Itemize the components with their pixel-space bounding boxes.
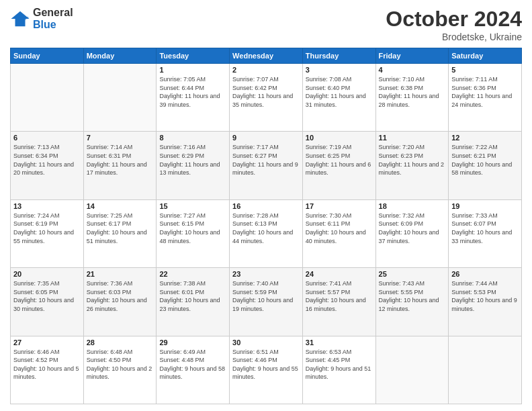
- table-row: [11, 64, 84, 132]
- col-tuesday: Tuesday: [157, 48, 230, 64]
- day-number: 13: [13, 202, 81, 210]
- table-row: 6Sunrise: 7:13 AMSunset: 6:34 PMDaylight…: [11, 132, 84, 199]
- calendar-table: Sunday Monday Tuesday Wednesday Thursday…: [10, 48, 522, 404]
- calendar-week-row: 1Sunrise: 7:05 AMSunset: 6:44 PMDaylight…: [11, 64, 522, 132]
- logo-text: General Blue: [33, 7, 73, 30]
- day-info: Sunrise: 7:22 AMSunset: 6:21 PMDaylight:…: [451, 143, 519, 177]
- day-number: 30: [232, 338, 300, 347]
- calendar-week-row: 6Sunrise: 7:13 AMSunset: 6:34 PMDaylight…: [11, 132, 522, 199]
- table-row: 14Sunrise: 7:25 AMSunset: 6:17 PMDayligh…: [83, 199, 157, 267]
- day-info: Sunrise: 7:20 AMSunset: 6:23 PMDaylight:…: [379, 143, 446, 177]
- calendar-week-row: 13Sunrise: 7:24 AMSunset: 6:19 PMDayligh…: [11, 199, 522, 267]
- day-info: Sunrise: 7:13 AMSunset: 6:34 PMDaylight:…: [13, 143, 81, 177]
- table-row: [449, 336, 522, 404]
- day-number: 8: [159, 134, 226, 142]
- day-number: 25: [379, 270, 446, 278]
- table-row: 23Sunrise: 7:40 AMSunset: 5:59 PMDayligh…: [230, 268, 303, 336]
- day-info: Sunrise: 7:19 AMSunset: 6:25 PMDaylight:…: [306, 143, 373, 177]
- day-info: Sunrise: 7:14 AMSunset: 6:31 PMDaylight:…: [87, 143, 154, 177]
- logo-icon: [10, 9, 30, 29]
- col-monday: Monday: [83, 48, 157, 64]
- day-number: 12: [451, 134, 519, 142]
- day-info: Sunrise: 7:16 AMSunset: 6:29 PMDaylight:…: [159, 143, 226, 177]
- col-saturday: Saturday: [449, 48, 522, 64]
- table-row: 9Sunrise: 7:17 AMSunset: 6:27 PMDaylight…: [230, 132, 303, 199]
- day-number: 20: [13, 270, 81, 278]
- table-row: 19Sunrise: 7:33 AMSunset: 6:07 PMDayligh…: [449, 199, 522, 267]
- table-row: 28Sunrise: 6:48 AMSunset: 4:50 PMDayligh…: [83, 336, 157, 404]
- day-info: Sunrise: 7:07 AMSunset: 6:42 PMDaylight:…: [232, 75, 300, 109]
- day-info: Sunrise: 6:48 AMSunset: 4:50 PMDaylight:…: [87, 348, 154, 381]
- day-number: 22: [159, 270, 226, 278]
- day-info: Sunrise: 7:24 AMSunset: 6:19 PMDaylight:…: [13, 212, 81, 245]
- table-row: 26Sunrise: 7:44 AMSunset: 5:53 PMDayligh…: [449, 268, 522, 336]
- day-info: Sunrise: 7:28 AMSunset: 6:13 PMDaylight:…: [232, 212, 300, 245]
- table-row: 8Sunrise: 7:16 AMSunset: 6:29 PMDaylight…: [157, 132, 230, 199]
- table-row: 17Sunrise: 7:30 AMSunset: 6:11 PMDayligh…: [302, 199, 375, 267]
- day-info: Sunrise: 7:17 AMSunset: 6:27 PMDaylight:…: [232, 143, 300, 177]
- day-info: Sunrise: 7:08 AMSunset: 6:40 PMDaylight:…: [306, 75, 373, 109]
- table-row: 27Sunrise: 6:46 AMSunset: 4:52 PMDayligh…: [11, 336, 84, 404]
- logo-general-text: General: [33, 7, 73, 19]
- day-number: 10: [306, 134, 373, 142]
- table-row: 4Sunrise: 7:10 AMSunset: 6:38 PMDaylight…: [375, 64, 449, 132]
- day-number: 23: [232, 270, 300, 278]
- day-number: 16: [232, 202, 300, 210]
- title-block: October 2024 Brodetske, Ukraine: [386, 7, 522, 42]
- day-info: Sunrise: 6:49 AMSunset: 4:48 PMDaylight:…: [159, 348, 226, 381]
- table-row: 12Sunrise: 7:22 AMSunset: 6:21 PMDayligh…: [449, 132, 522, 199]
- table-row: [83, 64, 157, 132]
- logo: General Blue: [10, 7, 73, 30]
- calendar-week-row: 20Sunrise: 7:35 AMSunset: 6:05 PMDayligh…: [11, 268, 522, 336]
- header: General Blue October 2024 Brodetske, Ukr…: [10, 7, 522, 42]
- table-row: 16Sunrise: 7:28 AMSunset: 6:13 PMDayligh…: [230, 199, 303, 267]
- day-info: Sunrise: 7:10 AMSunset: 6:38 PMDaylight:…: [379, 75, 446, 109]
- day-info: Sunrise: 6:51 AMSunset: 4:46 PMDaylight:…: [232, 348, 300, 381]
- day-info: Sunrise: 7:36 AMSunset: 6:03 PMDaylight:…: [87, 279, 154, 313]
- table-row: [375, 336, 449, 404]
- day-number: 6: [13, 134, 81, 142]
- page: General Blue October 2024 Brodetske, Ukr…: [0, 0, 532, 411]
- calendar-header-row: Sunday Monday Tuesday Wednesday Thursday…: [11, 48, 522, 64]
- day-number: 5: [451, 66, 519, 74]
- day-info: Sunrise: 7:05 AMSunset: 6:44 PMDaylight:…: [159, 75, 226, 109]
- col-thursday: Thursday: [302, 48, 375, 64]
- svg-marker-0: [11, 11, 30, 26]
- table-row: 1Sunrise: 7:05 AMSunset: 6:44 PMDaylight…: [157, 64, 230, 132]
- title-month: October 2024: [386, 7, 522, 32]
- title-location: Brodetske, Ukraine: [386, 32, 522, 42]
- table-row: 5Sunrise: 7:11 AMSunset: 6:36 PMDaylight…: [449, 64, 522, 132]
- day-number: 27: [13, 338, 81, 347]
- day-number: 29: [159, 338, 226, 347]
- day-number: 26: [451, 270, 519, 278]
- day-number: 4: [379, 66, 446, 74]
- table-row: 15Sunrise: 7:27 AMSunset: 6:15 PMDayligh…: [157, 199, 230, 267]
- day-info: Sunrise: 7:35 AMSunset: 6:05 PMDaylight:…: [13, 279, 81, 313]
- table-row: 11Sunrise: 7:20 AMSunset: 6:23 PMDayligh…: [375, 132, 449, 199]
- day-number: 15: [159, 202, 226, 210]
- table-row: 29Sunrise: 6:49 AMSunset: 4:48 PMDayligh…: [157, 336, 230, 404]
- table-row: 30Sunrise: 6:51 AMSunset: 4:46 PMDayligh…: [230, 336, 303, 404]
- col-wednesday: Wednesday: [230, 48, 303, 64]
- day-info: Sunrise: 7:33 AMSunset: 6:07 PMDaylight:…: [451, 212, 519, 245]
- day-info: Sunrise: 7:40 AMSunset: 5:59 PMDaylight:…: [232, 279, 300, 313]
- table-row: 24Sunrise: 7:41 AMSunset: 5:57 PMDayligh…: [302, 268, 375, 336]
- day-number: 31: [306, 338, 373, 347]
- calendar-week-row: 27Sunrise: 6:46 AMSunset: 4:52 PMDayligh…: [11, 336, 522, 404]
- day-number: 17: [306, 202, 373, 210]
- day-info: Sunrise: 7:43 AMSunset: 5:55 PMDaylight:…: [379, 279, 446, 313]
- day-number: 14: [87, 202, 154, 210]
- table-row: 7Sunrise: 7:14 AMSunset: 6:31 PMDaylight…: [83, 132, 157, 199]
- day-info: Sunrise: 7:41 AMSunset: 5:57 PMDaylight:…: [306, 279, 373, 313]
- day-info: Sunrise: 7:11 AMSunset: 6:36 PMDaylight:…: [451, 75, 519, 109]
- day-info: Sunrise: 7:27 AMSunset: 6:15 PMDaylight:…: [159, 212, 226, 245]
- table-row: 25Sunrise: 7:43 AMSunset: 5:55 PMDayligh…: [375, 268, 449, 336]
- logo-blue-text: Blue: [33, 19, 73, 31]
- table-row: 21Sunrise: 7:36 AMSunset: 6:03 PMDayligh…: [83, 268, 157, 336]
- table-row: 20Sunrise: 7:35 AMSunset: 6:05 PMDayligh…: [11, 268, 84, 336]
- day-number: 2: [232, 66, 300, 74]
- col-friday: Friday: [375, 48, 449, 64]
- table-row: 10Sunrise: 7:19 AMSunset: 6:25 PMDayligh…: [302, 132, 375, 199]
- table-row: 2Sunrise: 7:07 AMSunset: 6:42 PMDaylight…: [230, 64, 303, 132]
- day-number: 3: [306, 66, 373, 74]
